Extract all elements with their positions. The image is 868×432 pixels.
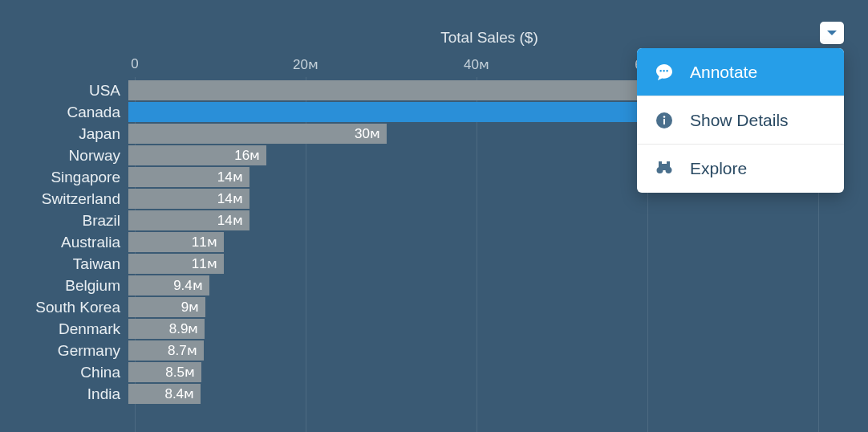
caret-down-icon: [826, 29, 838, 37]
bar-label: Denmark: [0, 320, 128, 338]
menu-label: Explore: [690, 159, 747, 178]
bar-label: Germany: [0, 342, 128, 360]
bar-value: 8.4ᴍ: [164, 385, 194, 402]
bar-label: Canada: [0, 104, 128, 121]
bar-value: 11ᴍ: [192, 234, 217, 251]
bar-label: Norway: [0, 147, 128, 165]
comment-icon: [653, 61, 675, 84]
bar-label: India: [0, 385, 128, 403]
menu-label: Annotate: [690, 63, 757, 82]
bar-fill: 14ᴍ: [128, 189, 249, 209]
bar-fill: 8.4ᴍ: [128, 384, 201, 404]
bar-value: 9ᴍ: [181, 299, 199, 316]
bar-label: Australia: [0, 234, 128, 251]
bar-fill: 9ᴍ: [128, 297, 205, 317]
bar-fill: 8.9ᴍ: [128, 319, 205, 339]
chart-actions-menu: Annotate Show Details Explore: [637, 48, 844, 193]
bar-fill: 8.5ᴍ: [128, 362, 201, 382]
menu-label: Show Details: [690, 111, 789, 130]
info-icon: [653, 109, 675, 132]
menu-item-explore[interactable]: Explore: [637, 145, 844, 193]
bar-value: 9.4ᴍ: [173, 277, 203, 294]
bar-row[interactable]: South Korea 9ᴍ: [0, 297, 844, 317]
bar-label: Japan: [0, 125, 128, 143]
bar-label: China: [0, 364, 128, 381]
bar-value: 8.9ᴍ: [169, 320, 199, 337]
bar-row[interactable]: India 8.4ᴍ: [0, 384, 844, 404]
bar-row[interactable]: Australia 11ᴍ: [0, 232, 844, 252]
bar-fill: 8.7ᴍ: [128, 340, 204, 361]
bar-value: 8.5ᴍ: [165, 364, 195, 381]
bar-value: 14ᴍ: [217, 212, 243, 229]
bar-label: Switzerland: [0, 190, 128, 208]
bar-value: 11ᴍ: [192, 255, 217, 272]
x-tick-1: 20ᴍ: [293, 56, 318, 73]
bar-fill: 11ᴍ: [128, 254, 224, 274]
x-tick-2: 40ᴍ: [464, 56, 489, 73]
chart-actions-toggle[interactable]: [820, 22, 844, 44]
bar-label: USA: [0, 82, 128, 100]
bar-row[interactable]: Belgium 9.4ᴍ: [0, 275, 844, 295]
menu-item-annotate[interactable]: Annotate: [637, 48, 844, 96]
bar-fill: 9.4ᴍ: [128, 275, 209, 295]
bar-row[interactable]: Germany 8.7ᴍ: [0, 340, 844, 361]
bar-value: 14ᴍ: [217, 169, 243, 185]
bar-label: Brazil: [0, 212, 128, 230]
bar-value: 16ᴍ: [234, 147, 260, 164]
bar-value: 14ᴍ: [217, 190, 243, 207]
bar-fill: 16ᴍ: [128, 145, 266, 165]
bar-label: South Korea: [0, 299, 128, 316]
bar-label: Belgium: [0, 277, 128, 295]
menu-item-show-details[interactable]: Show Details: [637, 96, 844, 145]
svg-rect-1: [663, 119, 665, 124]
bar-fill: 30ᴍ: [128, 124, 387, 144]
bar-value: 30ᴍ: [355, 125, 380, 142]
bar-label: Taiwan: [0, 255, 128, 273]
svg-point-2: [663, 116, 666, 118]
bar-label: Singapore: [0, 169, 128, 186]
bar-value: 8.7ᴍ: [168, 342, 197, 359]
bar-row[interactable]: China 8.5ᴍ: [0, 362, 844, 382]
bar-row[interactable]: Taiwan 11ᴍ: [0, 254, 844, 274]
bar-row[interactable]: Denmark 8.9ᴍ: [0, 319, 844, 339]
bar-fill: 11ᴍ: [128, 232, 224, 252]
bar-row[interactable]: Brazil 14ᴍ: [0, 210, 844, 230]
binoculars-icon: [653, 157, 675, 180]
chart-title: Total Sales ($): [135, 29, 844, 47]
x-tick-0: 0: [131, 56, 138, 72]
bar-fill: 14ᴍ: [128, 167, 249, 187]
bar-fill: 14ᴍ: [128, 210, 249, 230]
